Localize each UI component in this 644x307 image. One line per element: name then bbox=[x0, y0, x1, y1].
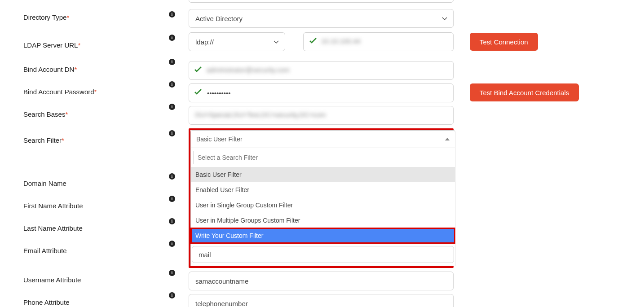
directory-type-select[interactable] bbox=[189, 9, 454, 28]
label-domain-name: Domain Name bbox=[0, 175, 166, 187]
test-connection-button[interactable]: Test Connection bbox=[470, 33, 538, 51]
label-search-filter: Search Filter bbox=[23, 136, 62, 144]
bind-pw-input[interactable] bbox=[189, 83, 454, 102]
ldap-scheme-select[interactable] bbox=[189, 32, 285, 51]
email-attribute-input[interactable] bbox=[192, 246, 454, 263]
label-email: Email Attribute bbox=[0, 242, 166, 254]
label-username: Username Attribute bbox=[23, 276, 81, 284]
dropdown-option[interactable]: User in Multiple Groups Custom Filter bbox=[191, 213, 455, 228]
required-asterisk: * bbox=[62, 136, 64, 144]
bind-dn-blurred: administrator@security.com bbox=[207, 66, 290, 74]
label-last-name: Last Name Attribute bbox=[0, 220, 166, 232]
label-first-name: First Name Attribute bbox=[0, 197, 166, 210]
phone-attribute-input[interactable] bbox=[189, 294, 454, 307]
label-bind-dn: Bind Account DN bbox=[23, 66, 74, 73]
ldap-host-blurred: 10.10.100.44 bbox=[321, 37, 361, 45]
search-filter-selected: Basic User Filter bbox=[196, 136, 243, 143]
required-asterisk: * bbox=[66, 13, 69, 21]
info-icon[interactable]: i bbox=[169, 173, 175, 180]
label-directory-type: Directory Type bbox=[23, 13, 66, 21]
search-bases-blurred: OU=Special,OU=Test,DC=security,DC=com bbox=[195, 111, 326, 118]
top-partial-input[interactable] bbox=[189, 0, 454, 3]
info-icon[interactable]: i bbox=[169, 218, 175, 224]
dropdown-option[interactable]: User in Single Group Custom Filter bbox=[191, 197, 455, 213]
label-ldap-url: LDAP Server URL bbox=[23, 41, 78, 49]
dropdown-option[interactable]: Basic User Filter bbox=[191, 167, 455, 182]
dropdown-search-input[interactable] bbox=[194, 151, 452, 164]
dropdown-option[interactable]: Enabled User Filter bbox=[191, 182, 455, 197]
test-bind-button[interactable]: Test Bind Account Credentials bbox=[470, 83, 579, 101]
username-attribute-input[interactable] bbox=[189, 272, 454, 290]
label-phone: Phone Attribute bbox=[23, 298, 70, 306]
info-icon[interactable]: i bbox=[169, 241, 175, 247]
dropdown-option-highlighted[interactable]: Write Your Custom Filter bbox=[191, 228, 455, 243]
label-search-bases: Search Bases bbox=[23, 110, 65, 118]
required-asterisk: * bbox=[74, 66, 77, 73]
chevron-up-icon bbox=[445, 138, 450, 140]
search-filter-select[interactable]: Basic User Filter bbox=[190, 130, 455, 148]
info-icon[interactable]: i bbox=[169, 196, 175, 202]
required-asterisk: * bbox=[78, 41, 80, 49]
required-asterisk: * bbox=[94, 88, 97, 96]
required-asterisk: * bbox=[65, 110, 68, 118]
label-bind-pw: Bind Account Password bbox=[23, 88, 94, 96]
